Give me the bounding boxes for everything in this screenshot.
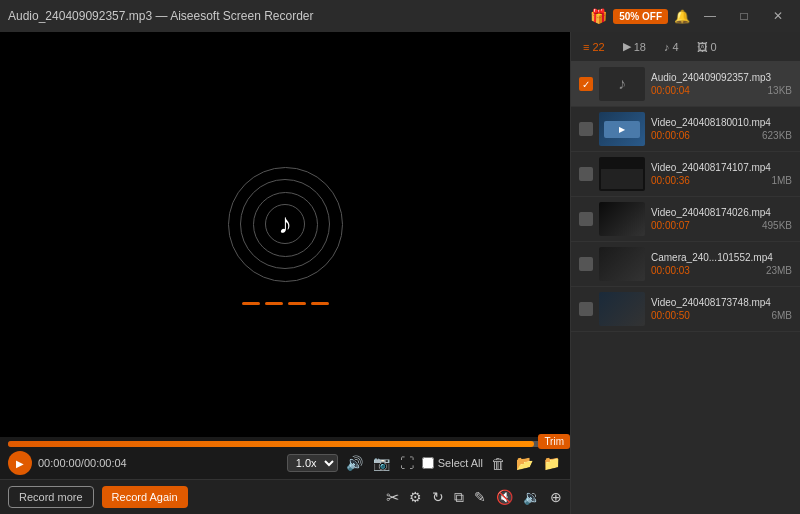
file-name: Audio_240409092357.mp3 bbox=[651, 72, 792, 83]
audio-off-icon[interactable]: 🔇 bbox=[496, 489, 513, 505]
titlebar-right: 🎁 50% OFF 🔔 — □ ✕ bbox=[590, 6, 792, 26]
file-name: Video_240408174107.mp4 bbox=[651, 162, 792, 173]
file-item[interactable]: Video_240408174026.mp400:00:07495KB bbox=[571, 197, 800, 242]
file-checkbox[interactable] bbox=[579, 122, 593, 136]
rotate-icon[interactable]: ↻ bbox=[432, 489, 444, 505]
file-duration: 00:00:36 bbox=[651, 175, 690, 186]
record-more-button[interactable]: Record more bbox=[8, 486, 94, 508]
video-icon: ▶ bbox=[623, 40, 631, 53]
file-name: Video_240408174026.mp4 bbox=[651, 207, 792, 218]
more-icon[interactable]: ⊕ bbox=[550, 489, 562, 505]
play-button[interactable]: ▶ bbox=[8, 451, 32, 475]
file-checkbox[interactable] bbox=[579, 257, 593, 271]
file-item[interactable]: Video_240408174107.mp400:00:361MB bbox=[571, 152, 800, 197]
close-button[interactable]: ✕ bbox=[764, 6, 792, 26]
file-item[interactable]: ✓♪Audio_240409092357.mp300:00:0413KB bbox=[571, 62, 800, 107]
file-meta: 00:00:07495KB bbox=[651, 220, 792, 231]
record-again-button[interactable]: Record Again bbox=[102, 486, 188, 508]
file-thumbnail bbox=[599, 247, 645, 281]
file-checkbox[interactable]: ✓ bbox=[579, 77, 593, 91]
edit-icon[interactable]: ✎ bbox=[474, 489, 486, 505]
file-duration: 00:00:07 bbox=[651, 220, 690, 231]
file-checkbox[interactable] bbox=[579, 212, 593, 226]
file-meta: 00:00:0323MB bbox=[651, 265, 792, 276]
video-thumb-preview: ▶ bbox=[599, 112, 645, 146]
file-name: Video_240408173748.mp4 bbox=[651, 297, 792, 308]
file-thumbnail bbox=[599, 202, 645, 236]
file-meta: 00:00:361MB bbox=[651, 175, 792, 186]
progress-fill bbox=[8, 441, 534, 447]
bell-icon: 🔔 bbox=[674, 9, 690, 24]
video-thumb-preview bbox=[599, 157, 645, 191]
tab-video-count: 18 bbox=[634, 41, 646, 53]
file-meta: 00:00:506MB bbox=[651, 310, 792, 321]
right-panel: ≡ 22 ▶ 18 ♪ 4 🖼 0 ✓♪Audio_240409092357.m… bbox=[570, 32, 800, 514]
file-checkbox[interactable] bbox=[579, 302, 593, 316]
left-panel: ♪ Trim ▶ 00:00:00/00:00:04 bbox=[0, 32, 570, 514]
file-size: 6MB bbox=[771, 310, 792, 321]
maximize-button[interactable]: □ bbox=[730, 6, 758, 26]
file-checkbox[interactable] bbox=[579, 167, 593, 181]
tab-audio[interactable]: ♪ 4 bbox=[660, 39, 683, 55]
dash-4 bbox=[311, 302, 329, 305]
app-title: Audio_240409092357.mp3 — Aiseesoft Scree… bbox=[8, 9, 314, 23]
cut-icon[interactable]: ✂ bbox=[386, 488, 399, 507]
delete-icon[interactable]: 🗑 bbox=[489, 453, 508, 474]
file-meta: 00:00:06623KB bbox=[651, 130, 792, 141]
dash-1 bbox=[242, 302, 260, 305]
copy-icon[interactable]: ⧉ bbox=[454, 489, 464, 506]
select-all-checkbox[interactable] bbox=[422, 457, 434, 469]
bottom-bar-right: ✂ ⚙ ↻ ⧉ ✎ 🔇 🔉 ⊕ bbox=[386, 488, 562, 507]
file-size: 1MB bbox=[771, 175, 792, 186]
tab-video[interactable]: ▶ 18 bbox=[619, 38, 650, 55]
file-meta: 00:00:0413KB bbox=[651, 85, 792, 96]
select-all-label[interactable]: Select All bbox=[438, 457, 483, 469]
audio-icon: ♪ bbox=[664, 41, 670, 53]
file-duration: 00:00:06 bbox=[651, 130, 690, 141]
minimize-button[interactable]: — bbox=[696, 6, 724, 26]
file-list: ✓♪Audio_240409092357.mp300:00:0413KB▶Vid… bbox=[571, 62, 800, 514]
gift-icon: 🎁 bbox=[590, 8, 607, 24]
main-container: ♪ Trim ▶ 00:00:00/00:00:04 bbox=[0, 32, 800, 514]
ripple-animation: ♪ bbox=[225, 164, 345, 284]
dashed-line-decoration bbox=[242, 302, 329, 305]
file-size: 13KB bbox=[768, 85, 792, 96]
file-info: Video_240408173748.mp400:00:506MB bbox=[651, 297, 792, 321]
progress-track[interactable]: Trim bbox=[8, 441, 562, 447]
promo-badge[interactable]: 50% OFF bbox=[613, 9, 668, 24]
video-thumb-preview bbox=[599, 292, 645, 326]
time-current: 00:00:00 bbox=[38, 457, 81, 469]
volume-icon[interactable]: 🔊 bbox=[344, 453, 365, 473]
file-info: Audio_240409092357.mp300:00:0413KB bbox=[651, 72, 792, 96]
volume-down-icon[interactable]: 🔉 bbox=[523, 489, 540, 505]
folder-open-icon[interactable]: 📂 bbox=[514, 453, 535, 473]
music-display: ♪ bbox=[225, 164, 345, 305]
tab-image[interactable]: 🖼 0 bbox=[693, 39, 721, 55]
tab-all-count: 22 bbox=[592, 41, 604, 53]
file-item[interactable]: Camera_240...101552.mp400:00:0323MB bbox=[571, 242, 800, 287]
select-all-area: Select All bbox=[422, 457, 483, 469]
file-item[interactable]: Video_240408173748.mp400:00:506MB bbox=[571, 287, 800, 332]
tab-all[interactable]: ≡ 22 bbox=[579, 39, 609, 55]
tab-audio-count: 4 bbox=[672, 41, 678, 53]
video-thumb-preview bbox=[599, 202, 645, 236]
adjust-icon[interactable]: ⚙ bbox=[409, 489, 422, 505]
file-size: 23MB bbox=[766, 265, 792, 276]
tabs-row: ≡ 22 ▶ 18 ♪ 4 🖼 0 bbox=[571, 32, 800, 62]
titlebar: Audio_240409092357.mp3 — Aiseesoft Scree… bbox=[0, 0, 800, 32]
file-duration: 00:00:04 bbox=[651, 85, 690, 96]
video-thumb-preview bbox=[599, 247, 645, 281]
file-info: Video_240408174107.mp400:00:361MB bbox=[651, 162, 792, 186]
camera-icon[interactable]: 📷 bbox=[371, 453, 392, 473]
fullscreen-icon[interactable]: ⛶ bbox=[398, 453, 416, 473]
preview-area: ♪ bbox=[0, 32, 570, 437]
file-thumbnail bbox=[599, 292, 645, 326]
file-duration: 00:00:50 bbox=[651, 310, 690, 321]
file-item[interactable]: ▶Video_240408180010.mp400:00:06623KB bbox=[571, 107, 800, 152]
progress-area: Trim bbox=[0, 437, 570, 447]
folder-icon[interactable]: 📁 bbox=[541, 453, 562, 473]
all-icon: ≡ bbox=[583, 41, 589, 53]
speed-select[interactable]: 0.5x 1.0x 1.5x 2.0x bbox=[287, 454, 338, 472]
tab-image-count: 0 bbox=[711, 41, 717, 53]
trim-button[interactable]: Trim bbox=[538, 434, 570, 449]
